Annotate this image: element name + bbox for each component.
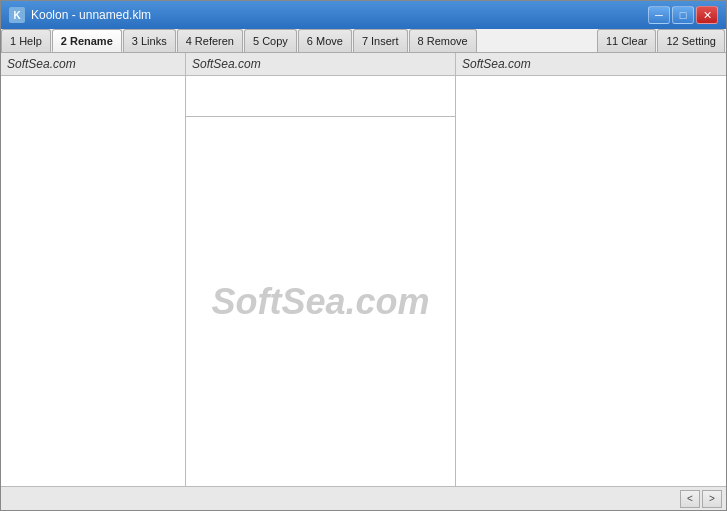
maximize-button[interactable]: □ <box>672 6 694 24</box>
panel-middle: SoftSea.com SoftSea.com <box>186 53 456 486</box>
panel-right: SoftSea.com <box>456 53 726 486</box>
tab-spacer <box>478 29 597 52</box>
title-bar-left: K Koolon - unnamed.klm <box>9 7 151 23</box>
panel-middle-top-content <box>186 76 455 116</box>
tab-clear[interactable]: 11 Clear <box>597 29 657 52</box>
panel-middle-top: SoftSea.com <box>186 53 455 117</box>
watermark-text: SoftSea.com <box>211 281 429 323</box>
tab-help[interactable]: 1 Help <box>1 29 51 52</box>
panel-left-header: SoftSea.com <box>1 53 185 76</box>
close-button[interactable]: ✕ <box>696 6 718 24</box>
tab-settings[interactable]: 12 Setting <box>657 29 725 52</box>
scroll-left-button[interactable]: < <box>680 490 700 508</box>
panel-middle-top-header: SoftSea.com <box>186 53 455 76</box>
minimize-button[interactable]: ─ <box>648 6 670 24</box>
app-icon: K <box>9 7 25 23</box>
content-area: SoftSea.com SoftSea.com SoftSea.com Soft… <box>1 53 726 486</box>
window-title: Koolon - unnamed.klm <box>31 8 151 22</box>
tab-insert[interactable]: 7 Insert <box>353 29 408 52</box>
panel-middle-bottom: SoftSea.com <box>186 117 455 486</box>
scroll-right-button[interactable]: > <box>702 490 722 508</box>
panel-right-header: SoftSea.com <box>456 53 726 76</box>
tab-copy[interactable]: 5 Copy <box>244 29 297 52</box>
main-window: K Koolon - unnamed.klm ─ □ ✕ 1 Help 2 Re… <box>0 0 727 511</box>
title-bar-controls: ─ □ ✕ <box>648 6 718 24</box>
tab-reference[interactable]: 4 Referen <box>177 29 243 52</box>
panel-left: SoftSea.com <box>1 53 186 486</box>
tab-remove[interactable]: 8 Remove <box>409 29 477 52</box>
tab-move[interactable]: 6 Move <box>298 29 352 52</box>
tab-rename[interactable]: 2 Rename <box>52 29 122 52</box>
title-bar: K Koolon - unnamed.klm ─ □ ✕ <box>1 1 726 29</box>
status-bar: < > <box>1 486 726 510</box>
panel-right-content <box>456 76 726 486</box>
tab-bar: 1 Help 2 Rename 3 Links 4 Referen 5 Copy… <box>1 29 726 53</box>
tab-links[interactable]: 3 Links <box>123 29 176 52</box>
